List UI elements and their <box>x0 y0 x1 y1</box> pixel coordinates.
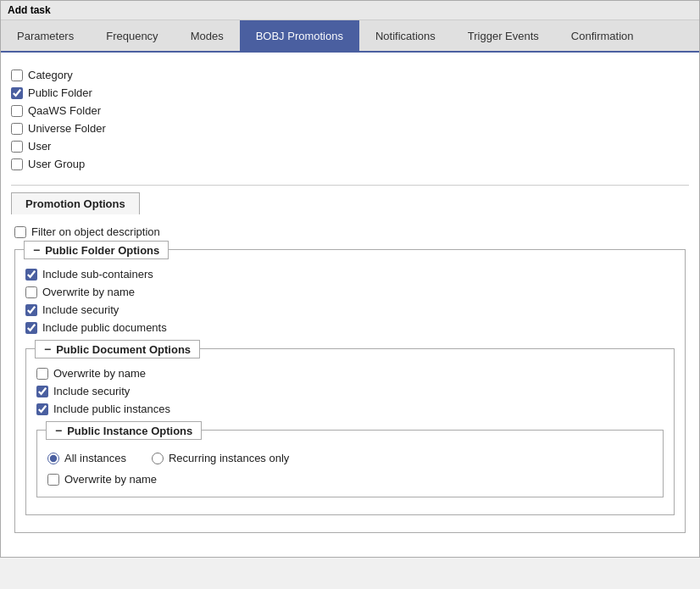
user-label[interactable]: User <box>28 140 51 153</box>
public-folder-options-header: − Public Folder Options <box>24 241 169 259</box>
qaaws-folder-checkbox[interactable] <box>11 105 23 117</box>
title-bar-label: Add task <box>8 4 51 16</box>
include-security-folder-checkbox[interactable] <box>25 304 37 316</box>
universe-folder-checkbox[interactable] <box>11 123 23 135</box>
tab-modes[interactable]: Modes <box>175 20 240 51</box>
minus-icon-folder: − <box>33 243 40 257</box>
public-document-options-box: − Public Document Options Overwrite by n… <box>25 348 675 515</box>
tab-confirmation[interactable]: Confirmation <box>555 20 650 51</box>
checkbox-item-qaaws-folder: QaaWS Folder <box>11 102 689 119</box>
minus-icon-doc: − <box>44 342 51 356</box>
overwrite-by-name-doc-label[interactable]: Overwrite by name <box>53 367 146 380</box>
main-content: Category Public Folder QaaWS Folder Univ… <box>1 53 699 557</box>
tab-bar: Parameters Frequency Modes BOBJ Promotio… <box>1 20 699 53</box>
overwrite-by-name-folder-item: Overwrite by name <box>25 283 675 301</box>
overwrite-by-name-instance-checkbox[interactable] <box>47 474 59 486</box>
include-security-folder-label[interactable]: Include security <box>42 303 119 316</box>
recurring-instances-item: Recurring instances only <box>152 449 289 467</box>
recurring-instances-radio[interactable] <box>152 453 164 464</box>
public-instance-options-content: All instances Recurring instances only <box>47 437 653 488</box>
divider-1 <box>11 185 689 186</box>
overwrite-by-name-doc-checkbox[interactable] <box>36 368 48 380</box>
checkbox-item-universe-folder: Universe Folder <box>11 119 689 137</box>
overwrite-by-name-doc-item: Overwrite by name <box>36 364 664 382</box>
universe-folder-label[interactable]: Universe Folder <box>28 122 106 135</box>
filter-object-description-label[interactable]: Filter on object description <box>31 225 160 238</box>
promotion-options-section: Promotion Options Filter on object descr… <box>11 192 689 548</box>
checkbox-item-user-group: User Group <box>11 155 689 173</box>
user-group-label[interactable]: User Group <box>28 158 85 170</box>
overwrite-by-name-instance-label[interactable]: Overwrite by name <box>64 473 157 486</box>
promotion-options-tab: Promotion Options <box>11 192 140 214</box>
user-group-checkbox[interactable] <box>11 158 23 170</box>
public-document-options-content: Overwrite by name Include security Inclu… <box>36 356 664 497</box>
include-public-documents-item: Include public documents <box>25 319 675 336</box>
user-checkbox[interactable] <box>11 141 23 153</box>
public-folder-checkbox[interactable] <box>11 87 23 99</box>
public-instance-options-header: − Public Instance Options <box>46 421 202 440</box>
public-folder-options-content: Include sub-containers Overwrite by name… <box>25 257 675 515</box>
title-bar: Add task <box>1 1 699 20</box>
recurring-instances-label[interactable]: Recurring instances only <box>169 452 289 464</box>
tab-trigger-events[interactable]: Trigger Events <box>452 20 555 51</box>
public-folder-options-box: − Public Folder Options Include sub-cont… <box>14 249 686 533</box>
checkbox-item-category: Category <box>11 66 689 84</box>
category-label[interactable]: Category <box>28 69 73 81</box>
tab-bobj-promotions[interactable]: BOBJ Promotions <box>240 20 359 51</box>
all-instances-item: All instances <box>47 449 126 467</box>
top-checkbox-list: Category Public Folder QaaWS Folder Univ… <box>11 61 689 178</box>
all-instances-label[interactable]: All instances <box>64 452 126 464</box>
main-window: Add task Parameters Frequency Modes BOBJ… <box>0 0 700 558</box>
checkbox-item-public-folder: Public Folder <box>11 84 689 102</box>
public-folder-options-label: Public Folder Options <box>45 244 159 257</box>
overwrite-by-name-instance-item: Overwrite by name <box>47 470 653 488</box>
minus-icon-instance: − <box>55 424 62 437</box>
include-public-instances-checkbox[interactable] <box>36 403 48 415</box>
include-sub-containers-label[interactable]: Include sub-containers <box>42 268 153 281</box>
include-security-folder-item: Include security <box>25 301 675 319</box>
promotion-options-content: Filter on object description − Public Fo… <box>11 223 689 548</box>
promotion-options-label: Promotion Options <box>25 197 125 210</box>
tab-notifications[interactable]: Notifications <box>359 20 452 51</box>
public-instance-options-label: Public Instance Options <box>67 425 192 437</box>
public-document-options-header: − Public Document Options <box>35 340 200 358</box>
overwrite-by-name-folder-label[interactable]: Overwrite by name <box>42 286 135 298</box>
checkbox-item-user: User <box>11 137 689 155</box>
category-checkbox[interactable] <box>11 69 23 81</box>
include-sub-containers-checkbox[interactable] <box>25 269 37 281</box>
include-security-doc-checkbox[interactable] <box>36 386 48 397</box>
include-public-documents-checkbox[interactable] <box>25 322 37 334</box>
filter-on-object-description-item: Filter on object description <box>14 223 686 241</box>
filter-object-description-checkbox[interactable] <box>14 226 26 238</box>
include-public-instances-item: Include public instances <box>36 400 664 418</box>
public-folder-label[interactable]: Public Folder <box>28 86 92 99</box>
tab-parameters[interactable]: Parameters <box>1 20 90 51</box>
include-security-doc-label[interactable]: Include security <box>53 385 130 397</box>
instance-radio-group: All instances Recurring instances only <box>47 446 653 470</box>
public-instance-options-box: − Public Instance Options All instances <box>36 430 664 497</box>
all-instances-radio[interactable] <box>47 453 59 464</box>
include-public-instances-label[interactable]: Include public instances <box>53 403 170 415</box>
include-sub-containers-item: Include sub-containers <box>25 265 675 283</box>
public-document-options-label: Public Document Options <box>56 343 191 356</box>
include-public-documents-label[interactable]: Include public documents <box>42 321 167 334</box>
overwrite-by-name-folder-checkbox[interactable] <box>25 286 37 298</box>
include-security-doc-item: Include security <box>36 382 664 400</box>
qaaws-folder-label[interactable]: QaaWS Folder <box>28 104 101 117</box>
tab-frequency[interactable]: Frequency <box>90 20 174 51</box>
